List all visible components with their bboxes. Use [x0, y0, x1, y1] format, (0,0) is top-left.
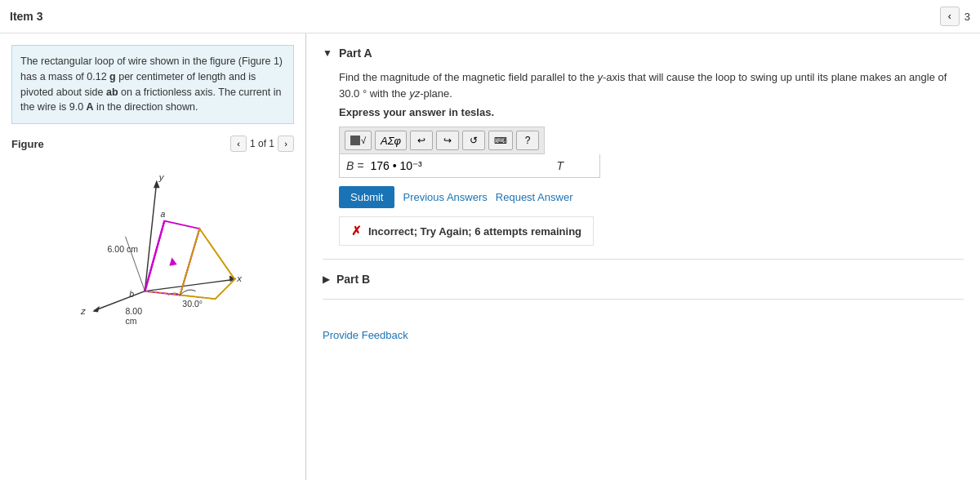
- svg-text:a: a: [161, 209, 166, 219]
- svg-text:x: x: [236, 273, 243, 283]
- redo-button[interactable]: ↪: [436, 131, 459, 150]
- figure-svg: y x z: [47, 158, 259, 338]
- help-button[interactable]: ?: [516, 131, 539, 150]
- left-panel: The rectangular loop of wire shown in th…: [0, 33, 306, 480]
- answer-input[interactable]: [370, 159, 550, 172]
- page-number: 3: [964, 11, 970, 23]
- svg-text:z: z: [80, 306, 86, 316]
- svg-marker-7: [92, 306, 100, 313]
- svg-text:cm: cm: [126, 316, 137, 326]
- figure-title: Figure: [11, 138, 44, 150]
- figure-page: 1 of 1: [250, 138, 274, 149]
- svg-line-3: [145, 279, 234, 291]
- main-layout: The rectangular loop of wire shown in th…: [0, 33, 980, 480]
- svg-text:b: b: [129, 289, 134, 299]
- part-a-toggle: ▼: [323, 47, 332, 59]
- top-bar: Item 3 ‹ 3: [0, 0, 980, 33]
- part-divider: [323, 259, 964, 260]
- figure-next-button[interactable]: ›: [278, 136, 294, 152]
- fraction-button[interactable]: √: [345, 131, 372, 150]
- answer-unit: T: [556, 159, 564, 172]
- svg-text:y: y: [158, 172, 165, 182]
- answer-toolbar: √ ΑΣφ ↩ ↪ ↺ ⌨ ?: [339, 127, 545, 154]
- answer-actions: Submit Previous Answers Request Answer: [339, 186, 964, 208]
- right-panel: ▼ Part A Find the magnitude of the magne…: [306, 33, 980, 480]
- figure-header: Figure ‹ 1 of 1 ›: [11, 136, 294, 152]
- sqrt-button[interactable]: ΑΣφ: [375, 131, 407, 150]
- error-icon: ✗: [351, 224, 362, 238]
- svg-text:8.00: 8.00: [126, 306, 143, 316]
- reset-button[interactable]: ↺: [462, 131, 485, 150]
- svg-line-0: [145, 182, 156, 291]
- svg-marker-10: [180, 229, 234, 299]
- request-answer-link[interactable]: Request Answer: [496, 191, 573, 203]
- error-message: Incorrect; Try Again; 6 attempts remaini…: [368, 225, 581, 238]
- figure-prev-button[interactable]: ‹: [230, 136, 247, 152]
- provide-feedback-link[interactable]: Provide Feedback: [323, 329, 408, 341]
- answer-label: B =: [346, 159, 363, 172]
- express-text: Express your answer in teslas.: [339, 106, 964, 118]
- nav-prev-button[interactable]: ‹: [940, 7, 960, 26]
- submit-button[interactable]: Submit: [339, 186, 394, 208]
- item-label: Item 3: [10, 10, 42, 23]
- error-box: ✗ Incorrect; Try Again; 6 attempts remai…: [339, 216, 594, 246]
- part-b-toggle: ▶: [323, 273, 330, 285]
- nav-controls: ‹ 3: [940, 7, 970, 26]
- undo-button[interactable]: ↩: [410, 131, 433, 150]
- svg-marker-13: [168, 257, 177, 266]
- part-a-question: Find the magnitude of the magnetic field…: [339, 69, 964, 101]
- problem-line1: The rectangular loop of wire shown in th…: [20, 56, 283, 113]
- previous-answers-link[interactable]: Previous Answers: [403, 191, 487, 203]
- figure-section: Figure ‹ 1 of 1 › y x: [0, 136, 305, 480]
- svg-text:6.00 cm: 6.00 cm: [108, 244, 139, 254]
- figure-canvas: y x z: [47, 158, 259, 338]
- part-a-label: Part A: [339, 47, 372, 60]
- part-b-header[interactable]: ▶ Part B: [323, 273, 964, 286]
- keyboard-button[interactable]: ⌨: [488, 131, 513, 150]
- part-b-label: Part B: [336, 273, 370, 286]
- problem-text: The rectangular loop of wire shown in th…: [11, 45, 294, 124]
- part-a-content: Find the magnitude of the magnetic field…: [339, 69, 964, 246]
- svg-text:30.0°: 30.0°: [182, 299, 203, 309]
- part-a-header[interactable]: ▼ Part A: [323, 47, 964, 60]
- figure-nav: ‹ 1 of 1 ›: [230, 136, 294, 152]
- feedback-divider: [323, 299, 964, 300]
- svg-line-12: [145, 221, 164, 291]
- answer-row: B = T: [339, 154, 600, 178]
